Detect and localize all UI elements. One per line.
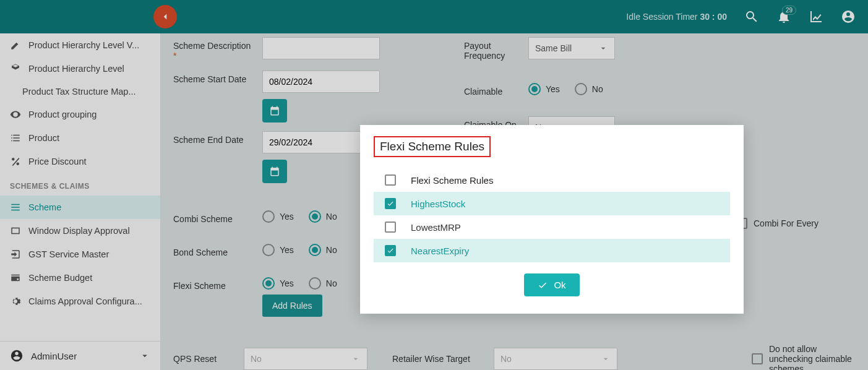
sidebar-item-product-grouping[interactable]: Product grouping bbox=[0, 103, 160, 126]
sidebar-item-product[interactable]: Product bbox=[0, 126, 160, 150]
scheme-start-date-label: Scheme Start Date bbox=[173, 71, 254, 84]
scheme-start-date-picker[interactable] bbox=[262, 99, 287, 123]
sidebar-user-footer[interactable]: AdminUser bbox=[0, 341, 160, 370]
qps-reset-label: QPS Reset bbox=[173, 354, 235, 364]
no-uncheck-label: Do not allow unchecking claimable scheme… bbox=[769, 344, 856, 370]
sidebar-item-label: Window Display Approval bbox=[28, 226, 130, 236]
list-icon bbox=[10, 132, 21, 144]
scheme-description-label: Scheme Description * bbox=[173, 37, 254, 61]
rule-row-lowestmrp[interactable]: LowestMRP bbox=[374, 215, 730, 239]
window-icon bbox=[10, 225, 21, 236]
scheme-end-date-label: Scheme End Date bbox=[173, 131, 254, 145]
scheme-description-input[interactable] bbox=[262, 37, 380, 59]
app-header: Idle Session Timer 30 : 00 29 bbox=[0, 0, 868, 33]
sidebar-item-label: Claims Approval Configura... bbox=[28, 296, 142, 306]
retailer-wise-target-select[interactable]: No bbox=[494, 348, 617, 370]
rule-checkbox[interactable] bbox=[385, 198, 396, 209]
wallet-icon bbox=[10, 272, 21, 283]
search-icon bbox=[744, 9, 759, 24]
search-button[interactable] bbox=[744, 9, 759, 24]
check-icon bbox=[538, 280, 548, 290]
notifications-button[interactable]: 29 bbox=[776, 9, 791, 24]
sidebar-item-label: Product grouping bbox=[28, 110, 97, 119]
calendar-icon bbox=[269, 166, 280, 177]
rule-checkbox[interactable] bbox=[385, 222, 396, 233]
select-all-checkbox[interactable] bbox=[385, 174, 396, 186]
idle-timer-value: 30 : 00 bbox=[700, 12, 727, 22]
chevron-down-icon bbox=[598, 43, 608, 53]
rules-header-label: Flexi Scheme Rules bbox=[411, 175, 493, 186]
sidebar-item-label: Scheme Budget bbox=[28, 273, 92, 283]
claimable-yes[interactable]: Yes bbox=[528, 83, 560, 95]
combi-for-every-checkbox[interactable]: Combi For Every bbox=[736, 218, 856, 229]
pencil-icon bbox=[10, 40, 21, 51]
combi-scheme-label: Combi Scheme bbox=[173, 210, 254, 224]
sidebar-item-label: GST Service Master bbox=[28, 249, 109, 259]
eye-icon bbox=[10, 109, 21, 120]
sidebar-item-window-display[interactable]: Window Display Approval bbox=[0, 219, 160, 243]
combi-scheme-yes[interactable]: Yes bbox=[262, 210, 294, 223]
payout-frequency-select[interactable]: Same Bill bbox=[528, 37, 615, 59]
gear-icon bbox=[10, 296, 21, 307]
modal-title: Flexi Scheme Rules bbox=[380, 140, 484, 153]
user-icon bbox=[841, 9, 856, 24]
chevron-left-icon bbox=[160, 11, 171, 22]
scheme-end-date-picker[interactable] bbox=[262, 160, 287, 183]
ok-button[interactable]: Ok bbox=[524, 273, 579, 296]
rule-checkbox[interactable] bbox=[385, 245, 396, 256]
analytics-button[interactable] bbox=[809, 9, 823, 24]
sidebar-item-scheme[interactable]: Scheme bbox=[0, 196, 160, 219]
hierarchy-icon bbox=[10, 63, 21, 74]
scheme-icon bbox=[10, 202, 21, 213]
flexi-scheme-yes[interactable]: Yes bbox=[262, 277, 294, 290]
bond-scheme-yes[interactable]: Yes bbox=[262, 244, 294, 256]
sidebar-item-hierarchy-view[interactable]: Product Hierarchy Level V... bbox=[0, 33, 160, 57]
sidebar-item-tax-structure[interactable]: Product Tax Structure Map... bbox=[0, 80, 160, 103]
sidebar: Product Hierarchy Level V... Product Hie… bbox=[0, 33, 161, 370]
rule-row-nearestexpiry[interactable]: NearestExpiry bbox=[374, 239, 730, 262]
select-value: No bbox=[501, 354, 512, 364]
exit-icon bbox=[10, 249, 21, 260]
sidebar-item-label: Product Tax Structure Map... bbox=[22, 87, 135, 97]
rule-label: NearestExpiry bbox=[411, 246, 469, 256]
scheme-start-date-input[interactable] bbox=[262, 71, 380, 93]
claimable-label: Claimable bbox=[464, 83, 520, 97]
user-circle-icon bbox=[10, 349, 24, 363]
sidebar-item-price-discount[interactable]: Price Discount bbox=[0, 150, 160, 173]
payout-frequency-label: Payout Frequency bbox=[464, 37, 520, 61]
bond-scheme-no[interactable]: No bbox=[309, 244, 337, 256]
sidebar-section-header: SCHEMES & CLAIMS bbox=[0, 173, 160, 196]
rule-row-higheststock[interactable]: HighestStock bbox=[374, 192, 730, 215]
back-button[interactable] bbox=[153, 5, 177, 28]
sidebar-item-label: Product Hierarchy Level bbox=[28, 64, 124, 74]
idle-timer-label: Idle Session Timer bbox=[626, 12, 697, 22]
sidebar-item-gst-service[interactable]: GST Service Master bbox=[0, 243, 160, 266]
sidebar-item-scheme-budget[interactable]: Scheme Budget bbox=[0, 266, 160, 290]
retailer-wise-target-label: Retailer Wise Target bbox=[392, 354, 485, 364]
no-uncheck-checkbox[interactable]: Do not allow unchecking claimable scheme… bbox=[752, 344, 856, 370]
idle-session-timer: Idle Session Timer 30 : 00 bbox=[626, 12, 727, 22]
ok-button-label: Ok bbox=[554, 280, 565, 290]
flexi-scheme-no[interactable]: No bbox=[309, 277, 337, 290]
sidebar-item-label: Product bbox=[28, 133, 59, 143]
chart-icon bbox=[809, 9, 823, 24]
chevron-down-icon bbox=[601, 354, 611, 364]
sidebar-item-claims-approval[interactable]: Claims Approval Configura... bbox=[0, 290, 160, 313]
percent-icon bbox=[10, 156, 21, 167]
sidebar-item-hierarchy-level[interactable]: Product Hierarchy Level bbox=[0, 57, 160, 80]
profile-button[interactable] bbox=[841, 9, 856, 24]
sidebar-item-label: Scheme bbox=[28, 202, 61, 212]
chevron-down-icon bbox=[351, 354, 361, 364]
calendar-icon bbox=[269, 105, 280, 116]
combi-for-every-label: Combi For Every bbox=[754, 218, 819, 228]
add-rules-button[interactable]: Add Rules bbox=[262, 295, 322, 317]
chevron-down-icon bbox=[139, 349, 150, 363]
user-name: AdminUser bbox=[31, 351, 77, 361]
qps-reset-select[interactable]: No bbox=[244, 348, 367, 370]
claimable-no[interactable]: No bbox=[575, 83, 603, 95]
sidebar-item-label: Price Discount bbox=[28, 157, 86, 166]
combi-scheme-no[interactable]: No bbox=[309, 210, 337, 223]
flexi-scheme-label: Flexi Scheme bbox=[173, 277, 254, 291]
notification-badge: 29 bbox=[782, 6, 796, 15]
select-value: No bbox=[251, 354, 262, 364]
